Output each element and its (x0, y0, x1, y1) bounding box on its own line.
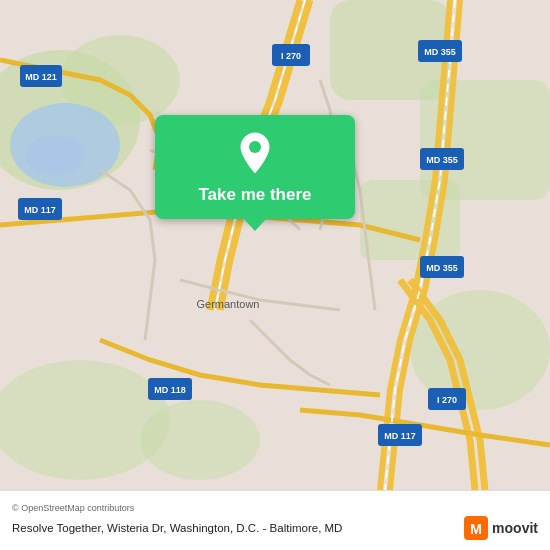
take-me-there-popup[interactable]: Take me there (155, 115, 355, 219)
svg-text:MD 118: MD 118 (154, 385, 186, 395)
osm-credit: © OpenStreetMap contributors (12, 503, 538, 513)
svg-point-8 (140, 400, 260, 480)
moovit-icon: M (464, 516, 488, 540)
svg-text:M: M (470, 521, 482, 537)
svg-text:MD 355: MD 355 (426, 263, 458, 273)
svg-text:MD 117: MD 117 (384, 431, 416, 441)
location-text: Resolve Together, Wisteria Dr, Washingto… (12, 522, 342, 534)
moovit-name: moovit (492, 520, 538, 536)
svg-text:I 270: I 270 (437, 395, 457, 405)
moovit-logo: M moovit (464, 516, 538, 540)
svg-point-10 (25, 135, 85, 175)
map-container: MD 121 I 270 MD 355 MD 355 MD 355 MD 117… (0, 0, 550, 490)
svg-text:MD 121: MD 121 (25, 72, 57, 82)
osm-credit-text: © OpenStreetMap contributors (12, 503, 134, 513)
svg-text:I 270: I 270 (281, 51, 301, 61)
svg-text:MD 355: MD 355 (424, 47, 456, 57)
svg-text:MD 117: MD 117 (24, 205, 56, 215)
popup-label: Take me there (198, 185, 311, 205)
svg-text:MD 355: MD 355 (426, 155, 458, 165)
location-info: Resolve Together, Wisteria Dr, Washingto… (12, 516, 538, 540)
app: MD 121 I 270 MD 355 MD 355 MD 355 MD 117… (0, 0, 550, 550)
bottom-bar: © OpenStreetMap contributors Resolve Tog… (0, 490, 550, 550)
location-pin-icon (237, 131, 273, 175)
svg-text:Germantown: Germantown (197, 298, 260, 310)
svg-point-30 (249, 141, 261, 153)
